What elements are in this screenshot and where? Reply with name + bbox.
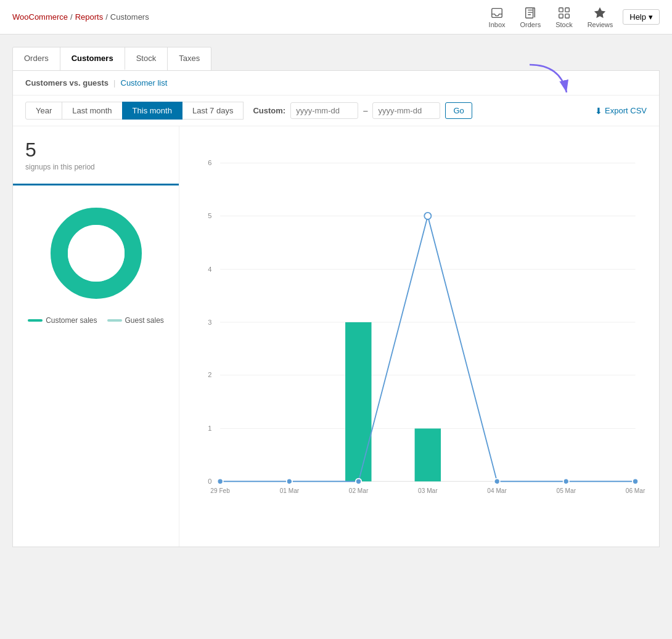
breadcrumb-current: Customers (110, 12, 149, 22)
custom-label: Custom: (253, 106, 285, 115)
dot-05mar (563, 479, 569, 484)
dot-29feb (218, 479, 223, 484)
inbox-icon-item[interactable]: Inbox (489, 6, 506, 28)
help-button[interactable]: Help ▾ (623, 9, 660, 25)
donut-svg (41, 198, 152, 309)
customer-sales-label: Customer sales (46, 316, 97, 325)
custom-date-end[interactable] (372, 102, 440, 119)
svg-text:5: 5 (208, 212, 211, 219)
donut-box: Customer sales Guest sales (13, 185, 179, 337)
xlabel-04mar: 04 Mar (487, 487, 507, 494)
right-panel: 0 1 2 3 4 5 6 (179, 126, 659, 547)
bar-03mar (415, 428, 441, 481)
sub-nav-customer-list[interactable]: Customer list (121, 78, 168, 88)
sub-nav-current: Customers vs. guests (25, 78, 109, 88)
custom-date-start[interactable] (290, 102, 358, 119)
signups-label: signups in this period (25, 163, 166, 171)
date-dash: – (363, 106, 367, 115)
custom-section: Custom: – Go (253, 102, 472, 119)
breadcrumb-reports[interactable]: Reports (75, 12, 104, 22)
tab-taxes[interactable]: Taxes (168, 47, 211, 70)
stock-icon-item[interactable]: Stock (555, 6, 573, 28)
xlabel-06mar: 06 Mar (626, 487, 645, 494)
main-card: Customers vs. guests | Customer list Yea… (12, 70, 660, 547)
sub-nav: Customers vs. guests | Customer list (13, 71, 659, 96)
period-tab-last-7-days[interactable]: Last 7 days (182, 102, 244, 120)
customer-sales-color-swatch (28, 319, 43, 322)
svg-rect-3 (565, 7, 569, 11)
stock-label: Stock (555, 21, 573, 28)
svg-point-8 (68, 225, 125, 282)
dot-03mar-peak (424, 213, 431, 219)
help-chevron-icon: ▾ (649, 12, 653, 22)
dot-06mar (633, 479, 638, 484)
help-label: Help (629, 12, 646, 22)
export-csv-label: Export CSV (605, 106, 647, 115)
period-bar: Year Last month This month Last 7 days C… (13, 96, 659, 126)
stock-icon (557, 6, 571, 20)
xlabel-05mar: 05 Mar (557, 487, 576, 494)
legend-guest-sales: Guest sales (107, 316, 164, 325)
donut-legend: Customer sales Guest sales (28, 316, 164, 325)
orders-icon-item[interactable]: Orders (520, 6, 541, 28)
svg-text:6: 6 (208, 159, 211, 166)
signups-number: 5 (25, 139, 166, 161)
signups-box: 5 signups in this period (13, 126, 179, 185)
tab-stock[interactable]: Stock (125, 47, 168, 70)
bar-line-chart: 0 1 2 3 4 5 6 (192, 136, 647, 537)
period-tab-year[interactable]: Year (25, 102, 62, 120)
svg-rect-2 (559, 7, 563, 11)
orders-icon (523, 6, 537, 20)
inbox-label: Inbox (489, 21, 506, 28)
inbox-icon (490, 6, 504, 20)
period-tab-last-month[interactable]: Last month (62, 102, 122, 120)
tab-orders[interactable]: Orders (13, 47, 60, 70)
breadcrumb-woocommerce[interactable]: WooCommerce (12, 12, 68, 22)
bar-02mar (345, 322, 371, 481)
svg-rect-5 (565, 14, 569, 17)
xlabel-03mar: 03 Mar (418, 487, 438, 494)
xlabel-01mar: 01 Mar (280, 487, 300, 494)
period-tab-this-month[interactable]: This month (122, 102, 182, 120)
reviews-icon-item[interactable]: Reviews (588, 6, 613, 28)
dot-04mar (494, 479, 499, 484)
dot-02mar-line (356, 479, 361, 484)
svg-text:1: 1 (208, 425, 211, 432)
donut-chart (41, 198, 152, 309)
tab-customers[interactable]: Customers (60, 47, 125, 70)
svg-text:2: 2 (208, 371, 211, 378)
chart-wrapper: 0 1 2 3 4 5 6 (192, 136, 647, 537)
export-csv-button[interactable]: ⬇ Export CSV (595, 106, 647, 116)
dot-01mar (287, 479, 292, 484)
svg-rect-4 (559, 14, 563, 17)
reviews-icon (593, 6, 607, 20)
breadcrumb: WooCommerce / Reports / Customers (12, 12, 149, 22)
guest-sales-label: Guest sales (125, 316, 164, 325)
main-tabs: Orders Customers Stock Taxes (12, 47, 211, 70)
chart-area: 5 signups in this period (13, 126, 659, 547)
svg-text:0: 0 (208, 478, 211, 485)
xlabel-29feb: 29 Feb (210, 487, 230, 494)
go-button[interactable]: Go (445, 102, 472, 119)
xlabel-02mar: 02 Mar (349, 487, 369, 494)
orders-label: Orders (520, 21, 541, 28)
reviews-label: Reviews (588, 21, 613, 28)
svg-text:4: 4 (208, 266, 211, 273)
svg-text:3: 3 (208, 319, 211, 326)
svg-rect-1 (526, 7, 533, 18)
left-panel: 5 signups in this period (13, 126, 179, 547)
legend-customer-sales: Customer sales (28, 316, 97, 325)
guest-sales-color-swatch (107, 319, 122, 322)
download-icon: ⬇ (595, 106, 602, 116)
